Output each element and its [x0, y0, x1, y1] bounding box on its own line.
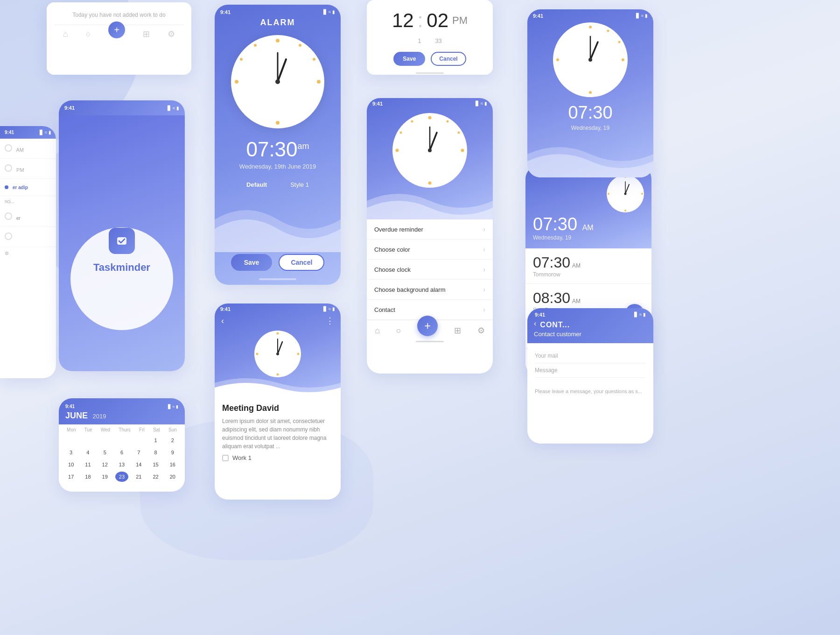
svg-point-37 [589, 26, 592, 28]
sidebar-item-3[interactable]: er adip [0, 179, 56, 196]
sidebar-label-1: AM [16, 147, 24, 153]
svg-line-9 [278, 59, 286, 82]
choose-background-row[interactable]: Choose background alarm › [367, 280, 493, 300]
sidebar-item-5[interactable] [0, 227, 56, 247]
add-button[interactable]: + [108, 21, 125, 38]
meeting-status-icons: ▊ ≈ ▮ [323, 306, 335, 312]
svg-point-38 [589, 91, 592, 94]
svg-point-6 [313, 58, 315, 61]
dot-icon [5, 185, 8, 189]
meeting-clock-face [254, 331, 301, 377]
message-field[interactable]: Message [535, 363, 646, 378]
status-time: 9:41 [5, 130, 14, 135]
alarm-item-1[interactable]: 07:30 AM Tommorow [525, 248, 651, 284]
svg-point-14 [396, 149, 399, 152]
cal-cell-7: 7 [132, 447, 145, 458]
sidebar-settings[interactable]: ⚙ [0, 247, 56, 260]
task-checkbox[interactable] [222, 455, 229, 461]
partial-status-icons: ▊ ≈ ▮ [636, 13, 648, 19]
alarm-time-row-2: 08:30 AM [533, 289, 644, 307]
calendar-day-headers: Mon Tue Wed Thurs Fri Sat Sun [59, 424, 185, 434]
cal-cell-23[interactable]: 23 [115, 472, 128, 482]
cal-cell-8: 8 [149, 447, 162, 458]
circle-icon [5, 144, 12, 152]
contact-screen: 9:41 ▊ ≈ ▮ ‹ CONT... Contact customer Yo… [527, 308, 653, 444]
partial-alarm-screen: 9:41 ▊ ≈ ▮ 07:30 W [527, 9, 653, 177]
svg-point-12 [428, 116, 432, 120]
detail-indicator [416, 341, 444, 342]
svg-point-25 [256, 353, 259, 355]
alarm-list-clock-svg [607, 175, 644, 212]
cal-cell-1: 1 [149, 435, 162, 445]
alarm-ampm: am [298, 141, 309, 151]
cal-cell [81, 435, 94, 445]
minutes-value[interactable]: 02 [427, 9, 448, 32]
cal-cell-22: 22 [149, 472, 162, 482]
cal-row-4: 17 18 19 23 21 22 20 [59, 471, 185, 483]
alarm-detail-status-icons: ▊ ≈ ▮ [476, 101, 487, 106]
alarm-list-ampm: AM [582, 224, 594, 232]
home-icon[interactable]: ⌂ [63, 29, 68, 39]
clock-icon[interactable]: ○ [86, 29, 91, 39]
cal-cell-2: 2 [166, 435, 179, 445]
contact-footer-text: Please leave a message, your questions a… [535, 388, 646, 395]
task-bottom-nav: ⌂ ○ + ⊞ ⚙ [54, 25, 184, 41]
detail-nav-calendar[interactable]: ⊞ [454, 325, 461, 336]
sidebar-item-2[interactable]: PM [0, 159, 56, 179]
mail-field[interactable]: Your mail [535, 349, 646, 363]
detail-nav-plus[interactable]: + [417, 316, 438, 336]
sidebar-subtext-1: nci... [0, 196, 56, 207]
meeting-back-button[interactable]: ‹ [215, 314, 231, 328]
meeting-task-row: Work 1 [222, 451, 333, 465]
cal-cell-13: 13 [115, 459, 128, 470]
choose-background-label: Choose background alarm [374, 286, 445, 293]
alarm-style-1[interactable]: Style 1 [290, 181, 309, 188]
choose-color-row[interactable]: Choose color › [367, 240, 493, 260]
settings-icon[interactable]: ⚙ [168, 29, 175, 39]
period-value[interactable]: PM [452, 14, 468, 27]
sidebar-item-1[interactable]: AM [0, 139, 56, 159]
alarm-action-buttons: Save Cancel [231, 254, 325, 271]
partial-clock-svg [553, 22, 628, 97]
calendar-year: 2019 [92, 413, 106, 420]
taskminder-icon [109, 228, 135, 254]
alarm-detail-screen: 9:41 ▊ ≈ ▮ [367, 98, 493, 374]
timepicker-screen: 12 : 02 PM 1 33 Save Cancel [367, 0, 493, 75]
cal-cell-14: 14 [132, 459, 145, 470]
calendar-header: 9:41 ▊ ≈ ▮ JUNE 2019 [59, 398, 185, 424]
alarm-body: 9:41 ▊ ≈ ▮ ALARM [215, 5, 341, 285]
picker-cancel-button[interactable]: Cancel [431, 52, 466, 66]
svg-point-7 [254, 44, 257, 47]
meeting-description: Lorem ipsum dolor sit amet, consectetuer… [222, 417, 333, 451]
cal-cell-5: 5 [98, 447, 112, 458]
hours-value[interactable]: 12 [392, 9, 414, 32]
cal-cell-15: 15 [149, 459, 162, 470]
detail-nav-settings[interactable]: ⚙ [477, 325, 485, 336]
sidebar-item-4[interactable]: er [0, 207, 56, 227]
alarm-list-clock-face [607, 175, 644, 212]
meeting-title: Meeting David [222, 403, 333, 413]
contact-form: Your mail Message [527, 343, 653, 383]
partial-time-display: 07:30 [568, 103, 612, 123]
meeting-menu-button[interactable]: ⋮ [319, 314, 341, 328]
alarm-save-button[interactable]: Save [231, 254, 273, 271]
alarm-style-default[interactable]: Default [246, 181, 267, 188]
detail-nav-clock[interactable]: ○ [396, 326, 401, 336]
detail-nav-home[interactable]: ⌂ [375, 326, 380, 336]
calendar-icon[interactable]: ⊞ [143, 29, 150, 39]
partial-clock-wrap [553, 22, 628, 97]
overdue-reminder-row[interactable]: Overdue reminder › [367, 219, 493, 240]
alarm-cancel-button[interactable]: Cancel [279, 254, 324, 271]
status-icons: ▊ ≈ ▮ [40, 130, 51, 135]
svg-point-40 [622, 58, 624, 61]
svg-point-32 [608, 193, 609, 195]
choose-clock-row[interactable]: Choose clock › [367, 260, 493, 280]
contact-back-button[interactable]: ‹ [534, 319, 536, 328]
clock-chevron: › [483, 266, 485, 273]
alarm-list-date: Wednesday, 19 [525, 234, 651, 244]
picker-buttons: Save Cancel [374, 48, 485, 70]
cal-cell-6: 6 [115, 447, 128, 458]
cal-cell-20: 20 [166, 472, 179, 482]
picker-save-button[interactable]: Save [393, 52, 425, 66]
cal-day-mon: Mon [67, 427, 76, 432]
